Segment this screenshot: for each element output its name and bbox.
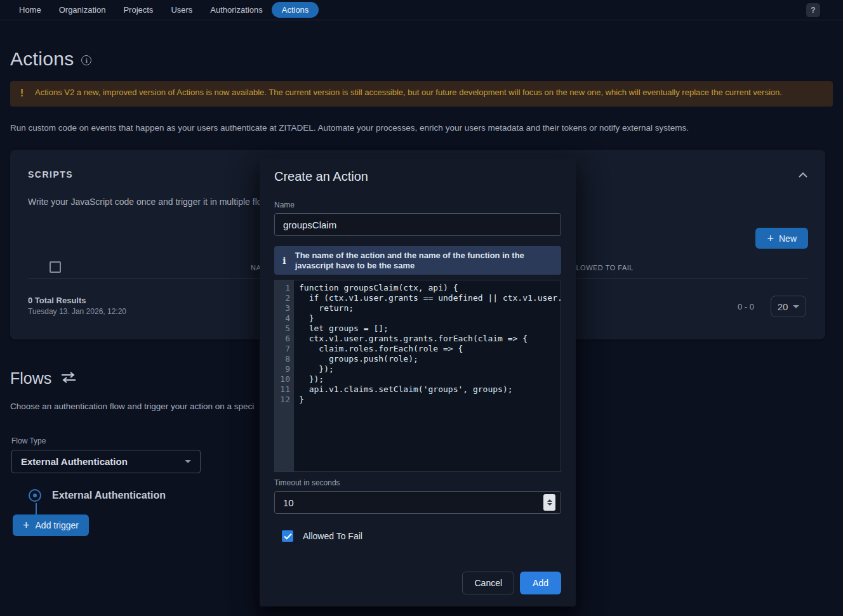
code-line[interactable]: } bbox=[299, 313, 561, 324]
paginator-range: 0 - 0 bbox=[738, 302, 754, 311]
add-trigger-button[interactable]: + Add trigger bbox=[13, 514, 89, 536]
add-trigger-label: Add trigger bbox=[36, 520, 79, 530]
line-number: 9 bbox=[275, 364, 290, 374]
top-navigation: Home Organization Projects Users Authori… bbox=[0, 0, 843, 20]
page-size-value: 20 bbox=[778, 301, 788, 312]
help-button[interactable]: ? bbox=[806, 3, 820, 17]
code-editor-lines[interactable]: function groupsClaim(ctx, api) { if (ctx… bbox=[294, 280, 561, 471]
code-line[interactable]: let groups = []; bbox=[299, 324, 561, 334]
line-number: 10 bbox=[275, 374, 290, 384]
line-number: 6 bbox=[275, 334, 290, 344]
line-number: 11 bbox=[275, 384, 290, 395]
timeline-connector bbox=[36, 503, 37, 514]
info-icon[interactable]: i bbox=[81, 55, 91, 65]
spinner-up-icon bbox=[547, 499, 552, 502]
nav-item-home[interactable]: Home bbox=[10, 3, 50, 17]
spinner-down-icon bbox=[547, 503, 552, 506]
name-input[interactable]: groupsClaim bbox=[274, 213, 561, 236]
code-line[interactable]: claim.roles.forEach(role => { bbox=[299, 344, 561, 354]
name-input-value: groupsClaim bbox=[283, 220, 336, 230]
code-line[interactable]: groups.push(role); bbox=[299, 354, 561, 364]
name-label: Name bbox=[274, 200, 561, 209]
line-number: 5 bbox=[275, 324, 290, 334]
code-line[interactable]: ctx.v1.user.grants.grants.forEach(claim … bbox=[299, 334, 561, 344]
code-line[interactable]: api.v1.claims.setClaim('groups', groups)… bbox=[299, 384, 561, 395]
line-number: 3 bbox=[275, 303, 290, 313]
select-all-checkbox[interactable] bbox=[50, 261, 61, 273]
line-number: 7 bbox=[275, 344, 290, 354]
flow-type-value: External Authentication bbox=[21, 456, 128, 467]
line-number: 1 bbox=[275, 283, 290, 293]
code-line[interactable]: return; bbox=[299, 303, 561, 313]
chevron-down-icon bbox=[185, 460, 191, 463]
scripts-card-title: SCRIPTS bbox=[28, 169, 73, 180]
warning-banner-text: Actions V2 a new, improved version of Ac… bbox=[35, 87, 782, 98]
flows-title: Flows bbox=[10, 369, 51, 388]
line-number: 2 bbox=[275, 293, 290, 303]
cancel-button[interactable]: Cancel bbox=[462, 572, 514, 594]
page-description: Run custom code on events that happen as… bbox=[10, 123, 833, 133]
page-title: Actions bbox=[10, 48, 74, 70]
warning-icon: ! bbox=[19, 87, 25, 100]
new-button-label: New bbox=[779, 233, 797, 244]
line-number: 12 bbox=[275, 395, 290, 405]
create-action-dialog: Create an Action Name groupsClaim i The … bbox=[260, 159, 576, 606]
column-header-allowed-to-fail[interactable]: ALLOWED TO FAIL bbox=[567, 264, 634, 272]
warning-banner: ! Actions V2 a new, improved version of … bbox=[10, 81, 833, 107]
swap-arrows-icon bbox=[60, 371, 77, 386]
flow-node-icon bbox=[29, 489, 41, 502]
line-number: 8 bbox=[275, 354, 290, 364]
page-size-select[interactable]: 20 bbox=[771, 296, 806, 317]
nav-item-users[interactable]: Users bbox=[162, 3, 201, 17]
code-line[interactable]: function groupsClaim(ctx, api) { bbox=[299, 283, 561, 293]
name-hint-infobox: i The name of the action and the name of… bbox=[274, 246, 561, 275]
nav-item-organization[interactable]: Organization bbox=[50, 3, 115, 17]
timeout-value: 10 bbox=[283, 497, 294, 508]
info-icon: i bbox=[282, 255, 286, 266]
chevron-down-icon bbox=[793, 305, 799, 308]
paginator: 0 - 0 20 bbox=[738, 296, 806, 317]
results-timestamp: Tuesday 13. Jan 2026, 12:20 bbox=[28, 307, 126, 316]
script-code-editor[interactable]: 123456789101112 function groupsClaim(ctx… bbox=[274, 280, 561, 472]
allowed-to-fail-label: Allowed To Fail bbox=[303, 531, 362, 541]
nav-item-projects[interactable]: Projects bbox=[114, 3, 162, 17]
nav-item-authorizations[interactable]: Authorizations bbox=[201, 3, 271, 17]
timeout-label: Timeout in seconds bbox=[274, 478, 561, 487]
flows-description: Choose an authentication flow and trigge… bbox=[10, 402, 260, 411]
code-line[interactable]: } bbox=[299, 395, 561, 405]
code-line[interactable]: }); bbox=[299, 374, 561, 384]
chevron-up-icon[interactable] bbox=[799, 169, 807, 180]
flow-type-label: Flow Type bbox=[10, 436, 264, 445]
line-number: 4 bbox=[275, 313, 290, 324]
flow-node-label: External Authentication bbox=[52, 490, 166, 501]
total-results: 0 Total Results bbox=[28, 296, 126, 305]
nav-item-actions[interactable]: Actions bbox=[272, 2, 319, 18]
code-line[interactable]: }); bbox=[299, 364, 561, 374]
plus-icon: + bbox=[767, 233, 774, 244]
flow-type-select[interactable]: External Authentication bbox=[11, 450, 201, 473]
code-line[interactable]: if (ctx.v1.user.grants == undefined || c… bbox=[299, 293, 561, 303]
dialog-title: Create an Action bbox=[274, 167, 561, 185]
name-hint-text: The name of the action and the name of t… bbox=[295, 251, 552, 271]
new-action-button[interactable]: + New bbox=[755, 228, 808, 249]
plus-icon: + bbox=[23, 520, 30, 531]
timeout-input[interactable]: 10 bbox=[274, 491, 561, 514]
add-button[interactable]: Add bbox=[520, 572, 561, 594]
number-spinner[interactable] bbox=[543, 494, 555, 511]
flow-timeline: External Authentication + Add trigger bbox=[10, 488, 264, 558]
allowed-to-fail-checkbox[interactable] bbox=[282, 530, 293, 542]
flows-section: Flows Choose an authentication flow and … bbox=[10, 369, 264, 558]
line-number-gutter: 123456789101112 bbox=[275, 280, 294, 471]
